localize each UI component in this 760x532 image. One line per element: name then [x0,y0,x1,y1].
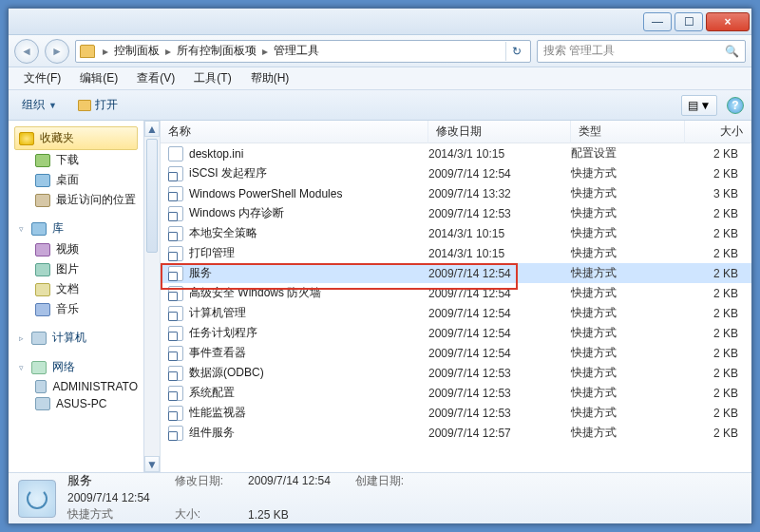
file-row[interactable]: 系统配置2009/7/14 12:53快捷方式2 KB [161,383,751,403]
file-row[interactable]: 性能监视器2009/7/14 12:53快捷方式2 KB [161,403,751,423]
open-icon [78,100,91,111]
sidebar-network-header[interactable]: ▿ 网络 [14,356,138,378]
folder-icon [80,45,95,58]
file-size: 2 KB [685,407,751,420]
minimize-button[interactable]: — [643,12,672,31]
column-header-type[interactable]: 类型 [571,121,685,143]
sidebar-item-music[interactable]: 音乐 [35,299,138,319]
file-type: 快捷方式 [571,425,685,441]
file-row[interactable]: 打印管理2014/3/1 10:15快捷方式2 KB [161,243,751,263]
menu-help[interactable]: 帮助(H) [243,67,297,89]
menu-edit[interactable]: 编辑(E) [72,67,125,89]
file-row[interactable]: 服务2009/7/14 12:54快捷方式2 KB [161,263,751,283]
file-row[interactable]: 事件查看器2009/7/14 12:54快捷方式2 KB [161,343,751,363]
file-type: 快捷方式 [571,185,685,201]
network-icon [31,361,47,374]
file-icon [168,286,183,301]
sidebar-computer-header[interactable]: ▹ 计算机 [14,327,138,349]
minimize-icon: — [652,15,663,28]
details-subtitle: 快捷方式 [67,506,150,522]
maximize-button[interactable]: ☐ [674,12,703,31]
back-button[interactable]: ◄ [14,39,39,64]
menu-file[interactable]: 文件(F) [16,67,68,89]
organize-button[interactable]: 组织 ▼ [16,94,63,116]
forward-icon: ► [51,45,63,58]
menu-view[interactable]: 查看(V) [129,67,182,89]
file-row[interactable]: iSCSI 发起程序2009/7/14 12:54快捷方式2 KB [161,163,751,183]
file-size: 2 KB [685,267,751,280]
refresh-button[interactable]: ↻ [505,42,526,61]
sidebar-item-documents[interactable]: 文档 [35,279,138,299]
scroll-track[interactable] [144,255,160,456]
column-header-size[interactable]: 大小 [685,121,751,143]
menu-tools[interactable]: 工具(T) [186,67,238,89]
file-icon [168,186,183,201]
file-date: 2009/7/14 12:53 [428,387,571,400]
sidebar-item-downloads[interactable]: 下载 [35,150,138,170]
main-area: 收藏夹 下载 桌面 最近访问的位置 ▿ 库 [9,121,751,472]
organize-label: 组织 [22,97,45,113]
scroll-down-button[interactable]: ▼ [144,456,160,472]
breadcrumb-item[interactable]: 控制面板 [110,41,163,61]
sidebar-favorites-header[interactable]: 收藏夹 [14,126,138,150]
file-icon [168,426,183,441]
sidebar-item-recent[interactable]: 最近访问的位置 [35,190,138,210]
file-row[interactable]: 本地安全策略2014/3/1 10:15快捷方式2 KB [161,223,751,243]
library-icon [31,222,47,236]
file-row[interactable]: 任务计划程序2009/7/14 12:54快捷方式2 KB [161,323,751,343]
breadcrumb-item[interactable]: 管理工具 [270,41,323,61]
open-label: 打开 [95,97,118,113]
file-icon [168,206,183,221]
sidebar-item-pictures[interactable]: 图片 [35,259,138,279]
file-row[interactable]: 组件服务2009/7/14 12:57快捷方式2 KB [161,423,751,443]
close-button[interactable]: × [706,12,750,31]
details-modified-label: 修改日期: [175,473,223,489]
column-header-name[interactable]: 名称 [161,121,428,143]
forward-button[interactable]: ► [45,39,69,64]
sidebar-libraries-header[interactable]: ▿ 库 [14,218,138,239]
file-type: 快捷方式 [571,205,685,221]
breadcrumb-item[interactable]: 所有控制面板项 [173,41,260,61]
file-size: 2 KB [685,387,751,400]
column-header-date[interactable]: 修改日期 [428,121,571,143]
sidebar-item-videos[interactable]: 视频 [35,239,138,259]
file-size: 2 KB [685,227,751,240]
search-icon: 🔍 [725,45,739,58]
breadcrumb-sep: ▸ [163,45,173,58]
chevron-down-icon: ▼ [48,101,57,110]
file-row[interactable]: 计算机管理2009/7/14 12:54快捷方式2 KB [161,303,751,323]
open-button[interactable]: 打开 [72,94,124,116]
scroll-thumb[interactable] [146,139,158,253]
view-icon: ▤ [688,99,698,112]
view-mode-button[interactable]: ▤ ▼ [681,95,717,116]
file-row[interactable]: 高级安全 Windows 防火墙2009/7/14 12:54快捷方式2 KB [161,283,751,303]
file-type: 快捷方式 [571,285,685,301]
scroll-up-button[interactable]: ▲ [144,121,160,137]
file-type: 快捷方式 [571,385,685,401]
file-type: 快捷方式 [571,405,685,421]
file-date: 2014/3/1 10:15 [428,227,571,240]
file-row[interactable]: desktop.ini2014/3/1 10:15配置设置2 KB [161,143,751,163]
details-modified-value: 2009/7/14 12:54 [248,474,331,487]
music-icon [35,303,50,316]
sidebar-item-network-pc[interactable]: ADMINISTRATO [35,378,138,395]
file-row[interactable]: Windows PowerShell Modules2009/7/14 13:3… [161,183,751,203]
sidebar-item-desktop[interactable]: 桌面 [35,170,138,190]
search-input[interactable]: 搜索 管理工具 🔍 [537,40,746,63]
nav-scrollbar[interactable]: ▲ ▼ [143,121,160,472]
file-icon [168,166,183,181]
chevron-down-icon: ▼ [700,99,712,112]
file-type: 快捷方式 [571,265,685,281]
document-icon [35,283,50,296]
help-button[interactable]: ? [727,97,744,114]
details-created-value: 2009/7/14 12:54 [67,491,150,504]
file-date: 2009/7/14 12:53 [428,407,571,420]
file-size: 3 KB [685,187,751,200]
file-row[interactable]: Windows 内存诊断2009/7/14 12:53快捷方式2 KB [161,203,751,223]
file-row[interactable]: 数据源(ODBC)2009/7/14 12:53快捷方式2 KB [161,363,751,383]
sidebar-item-network-pc[interactable]: ASUS-PC [35,395,138,412]
address-bar[interactable]: ▸ 控制面板 ▸ 所有控制面板项 ▸ 管理工具 ↻ [75,40,531,63]
sidebar-computer-label: 计算机 [52,330,86,346]
file-name: 任务计划程序 [189,325,428,341]
title-bar: — ☐ × [9,9,751,35]
